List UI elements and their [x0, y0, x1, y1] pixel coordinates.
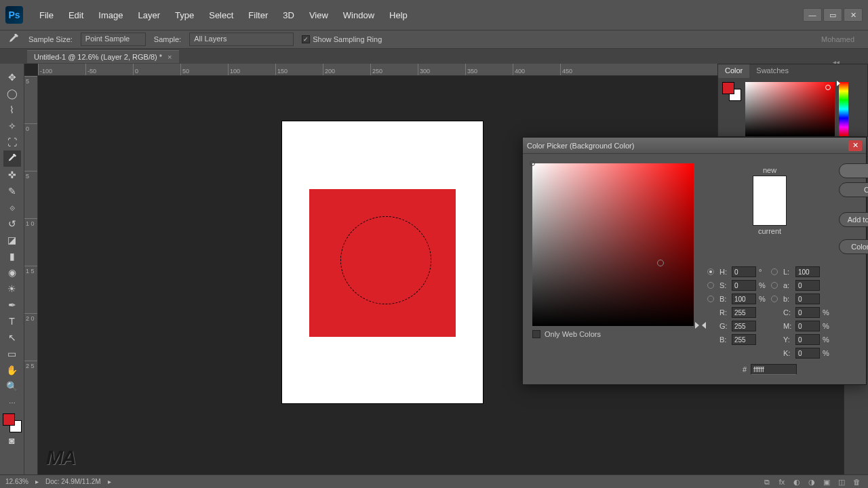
expand-icon[interactable]: ▸ — [35, 478, 39, 485]
mask-icon[interactable]: ◐ — [791, 478, 803, 487]
hue-indicator-icon — [837, 81, 840, 86]
foreground-background-swatch[interactable] — [3, 413, 22, 432]
fx-icon[interactable]: fx — [776, 478, 788, 487]
zoom-tool[interactable]: 🔍 — [3, 378, 21, 394]
a-radio[interactable] — [771, 282, 778, 289]
l-radio[interactable] — [771, 268, 778, 275]
minimize-button[interactable]: — — [803, 8, 822, 22]
g-input[interactable] — [732, 321, 756, 331]
blur-tool[interactable]: ◉ — [3, 264, 21, 281]
y-input[interactable] — [795, 334, 820, 345]
color-tab[interactable]: Color — [718, 64, 749, 78]
b-hsb-input[interactable] — [732, 293, 756, 304]
group-icon[interactable]: ▣ — [821, 478, 833, 487]
close-button[interactable]: ✕ — [844, 8, 863, 22]
window-controls: — ▭ ✕ — [803, 8, 863, 22]
document-tab-bar: Untitled-1 @ 12.6% (Layer 2, RGB/8) * × — [0, 49, 868, 64]
elliptical-marquee-selection — [340, 216, 431, 304]
b-lab-radio[interactable] — [771, 296, 778, 302]
menu-layer[interactable]: Layer — [132, 6, 167, 24]
menu-filter[interactable]: Filter — [241, 6, 275, 24]
left-toolbar: ✥ ◯ ⌇ ✧ ⛶ ✜ ✎ ⟐ ↺ ◪ ▮ ◉ ☀ ✒ T ↖ ▭ ✋ 🔍 ⋯ … — [0, 64, 24, 474]
zoom-level[interactable]: 12.63% — [5, 478, 28, 485]
l-input[interactable] — [795, 266, 820, 277]
s-input[interactable] — [732, 280, 756, 291]
path-selection-tool[interactable]: ↖ — [3, 329, 21, 346]
type-tool[interactable]: T — [3, 313, 21, 329]
sample-select[interactable]: All Layers — [189, 33, 294, 46]
h-radio[interactable] — [707, 268, 714, 275]
hue-slider-mini[interactable] — [839, 82, 848, 136]
menu-edit[interactable]: Edit — [62, 6, 90, 24]
k-input[interactable] — [795, 348, 820, 359]
move-tool[interactable]: ✥ — [3, 69, 21, 85]
history-brush-tool[interactable]: ↺ — [3, 216, 21, 232]
menu-type[interactable]: Type — [168, 6, 201, 24]
edit-toolbar[interactable]: ⋯ — [3, 394, 21, 411]
c-input[interactable] — [795, 307, 820, 318]
color-panel: Color Swatches — [717, 64, 868, 137]
dialog-close-button[interactable]: ✕ — [848, 140, 862, 151]
app-logo: Ps — [5, 6, 23, 24]
healing-brush-tool[interactable]: ✜ — [3, 167, 21, 183]
magic-wand-tool[interactable]: ✧ — [3, 118, 21, 134]
show-sampling-ring-checkbox[interactable]: ✓ Show Sampling Ring — [302, 35, 382, 43]
menu-image[interactable]: Image — [92, 6, 130, 24]
add-to-swatches-button[interactable]: Add to Swatches — [839, 212, 868, 227]
maximize-button[interactable]: ▭ — [823, 8, 842, 22]
menu-3d[interactable]: 3D — [276, 6, 301, 24]
document-tab[interactable]: Untitled-1 @ 12.6% (Layer 2, RGB/8) * × — [27, 50, 179, 63]
h-input[interactable] — [732, 266, 756, 277]
eyedropper-tool-icon[interactable] — [7, 33, 20, 46]
artboard[interactable] — [282, 121, 483, 403]
menu-view[interactable]: View — [302, 6, 335, 24]
s-radio[interactable] — [707, 282, 714, 289]
menu-help[interactable]: Help — [382, 6, 414, 24]
adjustment-icon[interactable]: ◑ — [806, 478, 818, 487]
show-sampling-ring-label: Show Sampling Ring — [313, 35, 382, 43]
chevron-right-icon[interactable]: ▸ — [108, 478, 111, 485]
eraser-tool[interactable]: ◪ — [3, 232, 21, 248]
ok-button[interactable]: OK — [839, 163, 868, 178]
color-field-mini[interactable] — [745, 82, 835, 136]
b-rgb-input[interactable] — [732, 334, 756, 345]
rectangle-tool[interactable]: ▭ — [3, 346, 21, 362]
hex-label: # — [743, 365, 747, 373]
crop-tool[interactable]: ⛶ — [3, 134, 21, 150]
clone-stamp-tool[interactable]: ⟐ — [3, 199, 21, 216]
brush-tool[interactable]: ✎ — [3, 183, 21, 199]
swatches-tab[interactable]: Swatches — [749, 64, 795, 78]
a-input[interactable] — [795, 280, 820, 291]
sample-label: Sample: — [154, 35, 181, 43]
sample-size-select[interactable]: Point Sample — [81, 33, 146, 46]
m-input[interactable] — [795, 321, 820, 331]
mini-swatch[interactable] — [722, 82, 741, 101]
doc-size: Doc: 24.9M/11.2M — [45, 478, 101, 485]
menu-file[interactable]: File — [33, 6, 60, 24]
quick-mask-tool[interactable]: ◙ — [3, 432, 21, 449]
b-radio[interactable] — [707, 296, 714, 302]
only-web-colors-label: Only Web Colors — [545, 330, 601, 338]
lasso-tool[interactable]: ⌇ — [3, 102, 21, 118]
marquee-tool[interactable]: ◯ — [3, 85, 21, 102]
dodge-tool[interactable]: ☀ — [3, 281, 21, 297]
color-field[interactable] — [532, 163, 694, 326]
gradient-tool[interactable]: ▮ — [3, 248, 21, 264]
hand-tool[interactable]: ✋ — [3, 362, 21, 378]
b-lab-input[interactable] — [795, 293, 820, 304]
only-web-colors-checkbox[interactable]: Only Web Colors — [532, 330, 694, 338]
menu-select[interactable]: Select — [202, 6, 240, 24]
hex-input[interactable] — [751, 364, 797, 375]
close-tab-icon[interactable]: × — [167, 53, 172, 61]
dialog-titlebar[interactable]: Color Picker (Background Color) ✕ — [523, 138, 866, 154]
pen-tool[interactable]: ✒ — [3, 297, 21, 313]
eyedropper-tool[interactable] — [3, 150, 21, 167]
link-layers-icon[interactable]: ⧉ — [761, 478, 773, 487]
new-layer-icon[interactable]: ◫ — [835, 478, 848, 487]
color-libraries-button[interactable]: Color Libraries — [839, 239, 868, 254]
foreground-color-swatch[interactable] — [3, 413, 15, 426]
r-input[interactable] — [732, 307, 756, 318]
trash-icon[interactable]: 🗑 — [850, 478, 863, 487]
menu-window[interactable]: Window — [336, 6, 381, 24]
cancel-button[interactable]: Cancel — [839, 182, 868, 197]
